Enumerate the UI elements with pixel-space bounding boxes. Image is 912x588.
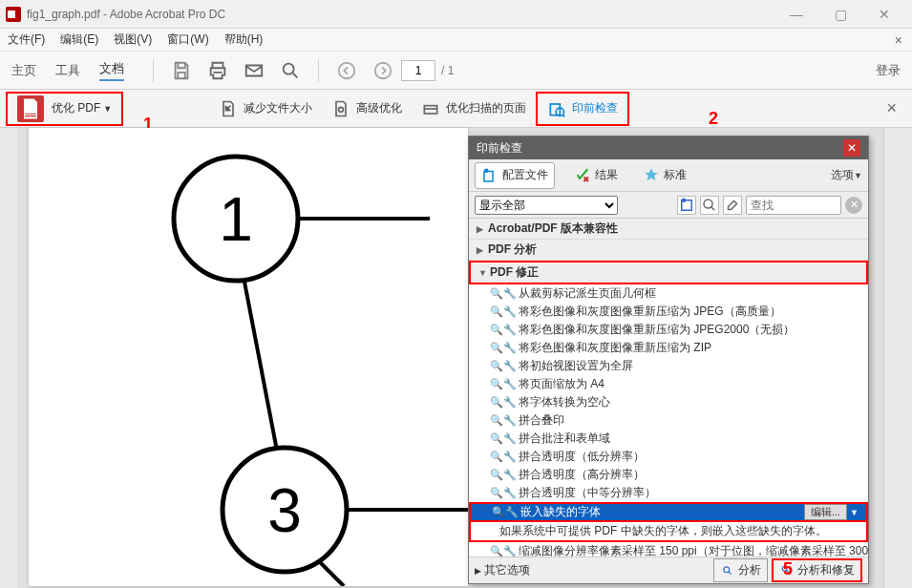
tab-document[interactable]: 文档 — [99, 60, 124, 81]
tree-row[interactable]: 🔍🔧将初始视图设置为全屏 — [469, 357, 868, 375]
panel-options-dropdown[interactable]: 选项▼ — [831, 167, 862, 183]
panel-close-button[interactable]: ✕ — [843, 139, 860, 157]
filter-select[interactable]: 显示全部 — [475, 196, 618, 215]
page-input[interactable] — [401, 60, 435, 81]
optimize-scan-button[interactable]: 优化扫描的页面 — [412, 94, 536, 123]
panel-filter-bar: 显示全部 ✕ — [469, 192, 868, 219]
mail-icon[interactable] — [244, 60, 265, 81]
advanced-optimize-icon — [331, 99, 350, 118]
other-options-dropdown[interactable]: ▶其它选项 — [475, 562, 530, 578]
svg-point-1 — [339, 62, 355, 78]
graph-node-1: 1 — [219, 185, 253, 254]
close-button[interactable]: ✕ — [862, 0, 906, 29]
preflight-panel: 印前检查 ✕ 配置文件 结果 标准 选项▼ 显示全部 ✕ ▶Acrobat/PD… — [468, 136, 869, 584]
row-icons: 🔍🔧 — [490, 378, 517, 391]
tab-results[interactable]: 结果 — [568, 163, 624, 188]
row-label: 将彩色图像和灰度图像重新压缩为 JPEG2000（无损） — [519, 322, 795, 338]
save-icon[interactable] — [171, 60, 192, 81]
optimize-pdf-label: 优化 PDF — [52, 100, 100, 116]
row-icons: 🔍🔧 — [490, 545, 517, 557]
panel-titlebar[interactable]: 印前检查 ✕ — [469, 136, 868, 159]
search-icon[interactable] — [280, 60, 301, 81]
tab-tools[interactable]: 工具 — [55, 62, 80, 79]
tree-row[interactable]: 🔍🔧拼合透明度（高分辨率） — [469, 466, 868, 484]
tree-row[interactable]: 🔍🔧将页面缩放为 A4 — [469, 375, 868, 393]
main-toolbar: 主页 工具 文档 / 1 登录 — [0, 52, 912, 90]
menu-help[interactable]: 帮助(H) — [224, 32, 264, 48]
chevron-down-icon[interactable]: ▼ — [850, 508, 859, 517]
tree-row[interactable]: 🔍🔧拼合叠印 — [469, 411, 868, 430]
right-sidebar-strip[interactable] — [883, 128, 912, 588]
tree-row[interactable]: 🔍🔧将字体转换为空心 — [469, 393, 868, 411]
next-page-icon[interactable] — [372, 60, 393, 81]
row-label: 拼合透明度（中等分辨率） — [519, 485, 656, 501]
advanced-optimize-button[interactable]: 高级优化 — [322, 94, 412, 123]
advanced-optimize-label: 高级优化 — [356, 100, 402, 116]
svg-point-0 — [284, 63, 294, 74]
row-icons: 🔍🔧 — [490, 305, 517, 319]
menu-file[interactable]: 文件(F) — [8, 32, 45, 48]
analyze-fix-label: 分析和修复 — [797, 562, 855, 578]
filter-icon-3[interactable] — [723, 196, 742, 215]
filter-icon-2[interactable] — [700, 196, 719, 215]
row-label: 将页面缩放为 A4 — [519, 376, 604, 392]
row-embed-missing-fonts[interactable]: 🔍🔧 嵌入缺失的字体 编辑... ▼ — [469, 502, 868, 522]
menu-window[interactable]: 窗口(W) — [167, 32, 208, 48]
menu-view[interactable]: 视图(V) — [114, 32, 152, 48]
menubar-close-icon[interactable]: × — [895, 32, 902, 48]
window-controls: — ▢ ✕ — [774, 0, 906, 29]
panel-footer: ▶其它选项 分析 分析和修复 — [469, 556, 868, 583]
window-title: fig1_graph.pdf - Adobe Acrobat Pro DC — [27, 8, 225, 21]
menubar: 文件(F) 编辑(E) 视图(V) 窗口(W) 帮助(H) × — [0, 29, 912, 52]
optimize-scan-label: 优化扫描的页面 — [446, 100, 526, 116]
pdf-page[interactable]: 1 3 — [29, 128, 468, 586]
group-fixups[interactable]: ▼PDF 修正 — [469, 261, 868, 284]
menu-edit[interactable]: 编辑(E) — [60, 32, 98, 48]
row-label: 将字体转换为空心 — [519, 394, 610, 410]
row-label: 从裁剪标记派生页面几何框 — [519, 285, 656, 302]
tab-home[interactable]: 主页 — [11, 62, 36, 79]
tree-row[interactable]: 🔍🔧从裁剪标记派生页面几何框 — [469, 284, 868, 303]
reduce-size-label: 减少文件大小 — [244, 100, 312, 116]
search-input[interactable] — [746, 196, 841, 215]
titlebar: fig1_graph.pdf - Adobe Acrobat Pro DC — … — [0, 0, 912, 29]
preflight-button[interactable]: 印前检查 — [536, 92, 629, 126]
minimize-button[interactable]: — — [774, 0, 818, 29]
reduce-size-button[interactable]: 减少文件大小 — [209, 94, 322, 123]
optimize-pdf-button[interactable]: 优化 PDF ▼ — [6, 92, 123, 126]
page-total: / 1 — [441, 64, 454, 77]
row-label: 将彩色图像和灰度图像重新压缩为 ZIP — [519, 340, 711, 356]
tree-row[interactable]: 🔍🔧拼合透明度（中等分辨率） — [469, 484, 868, 502]
maximize-button[interactable]: ▢ — [818, 0, 862, 29]
close-subtoolbar-icon[interactable]: × — [886, 98, 897, 118]
filter-icon-1[interactable] — [677, 196, 696, 215]
standards-icon — [643, 167, 660, 184]
group-compat[interactable]: ▶Acrobat/PDF 版本兼容性 — [469, 219, 868, 240]
preflight-icon — [547, 99, 566, 118]
row-icons: 🔍🔧 — [490, 432, 517, 446]
prev-page-icon[interactable] — [336, 60, 357, 81]
separator — [318, 59, 319, 82]
edit-button[interactable]: 编辑... — [804, 504, 847, 520]
panel-title: 印前检查 — [477, 140, 522, 157]
row-icons: 🔍🔧 — [490, 360, 517, 373]
row-description: 如果系统中可提供 PDF 中缺失的字体，则嵌入这些缺失的字体。 — [469, 522, 868, 542]
print-icon[interactable] — [207, 60, 228, 81]
tab-standards[interactable]: 标准 — [637, 163, 692, 188]
tree-row[interactable]: 🔍🔧拼合透明度（低分辨率） — [469, 448, 868, 466]
analyze-button[interactable]: 分析 — [713, 558, 768, 582]
login-link[interactable]: 登录 — [876, 62, 901, 79]
row-label: 拼合透明度（低分辨率） — [519, 449, 645, 465]
tree-row[interactable]: 🔍🔧将彩色图像和灰度图像重新压缩为 ZIP — [469, 339, 868, 357]
tab-profiles[interactable]: 配置文件 — [475, 162, 555, 189]
svg-rect-5 — [551, 104, 561, 116]
tree-row[interactable]: 🔍🔧将彩色图像和灰度图像重新压缩为 JPEG（高质量） — [469, 303, 868, 321]
tree-row[interactable]: 🔍🔧拼合批注和表单域 — [469, 430, 868, 448]
left-sidebar-strip[interactable] — [0, 128, 17, 588]
group-analysis[interactable]: ▶PDF 分析 — [469, 240, 868, 261]
tree-row[interactable]: 🔍🔧缩减图像分辨率像素采样至 150 ppi（对于位图，缩减像素采样至 300 … — [469, 542, 868, 556]
optimize-pdf-icon — [17, 95, 44, 122]
tree-row[interactable]: 🔍🔧将彩色图像和灰度图像重新压缩为 JPEG2000（无损） — [469, 321, 868, 339]
chevron-down-icon: ▼ — [103, 104, 112, 114]
clear-search-icon[interactable]: ✕ — [845, 197, 862, 214]
